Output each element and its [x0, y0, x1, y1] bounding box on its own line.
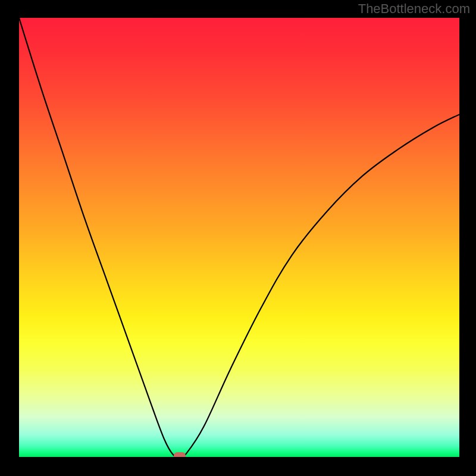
- chart-area: [19, 18, 459, 457]
- watermark-text: TheBottleneck.com: [358, 1, 470, 17]
- chart-curve-svg: [19, 18, 459, 457]
- bottleneck-curve-path: [19, 18, 459, 457]
- optimal-marker: [174, 452, 186, 457]
